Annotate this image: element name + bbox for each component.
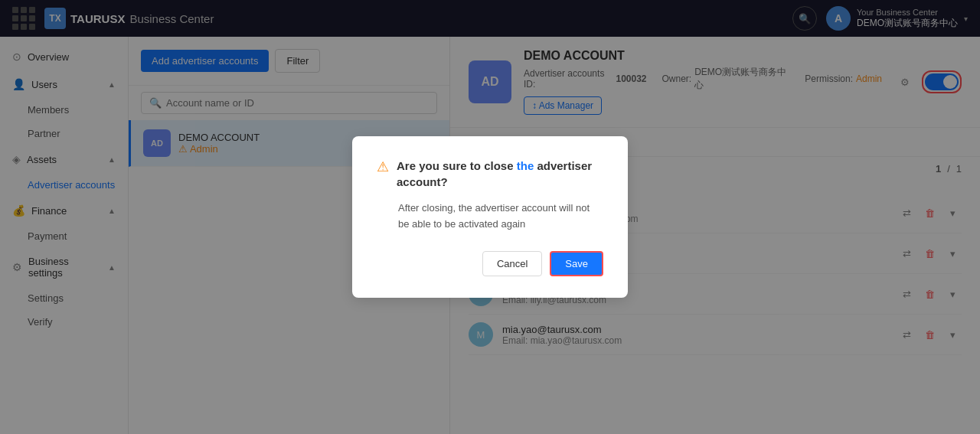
confirmation-modal: ⚠ Are you sure to close the advertiser a… <box>352 136 628 298</box>
modal-body: After closing, the advertiser account wi… <box>377 201 603 233</box>
save-button[interactable]: Save <box>550 251 603 276</box>
warning-icon: ⚠ <box>377 158 389 175</box>
modal-title: ⚠ Are you sure to close the advertiser a… <box>377 158 603 190</box>
cancel-button[interactable]: Cancel <box>482 251 542 276</box>
modal-overlay[interactable]: ⚠ Are you sure to close the advertiser a… <box>0 0 980 434</box>
modal-title-text: Are you sure to close the advertiser acc… <box>397 158 603 190</box>
modal-footer: Cancel Save <box>377 251 603 276</box>
